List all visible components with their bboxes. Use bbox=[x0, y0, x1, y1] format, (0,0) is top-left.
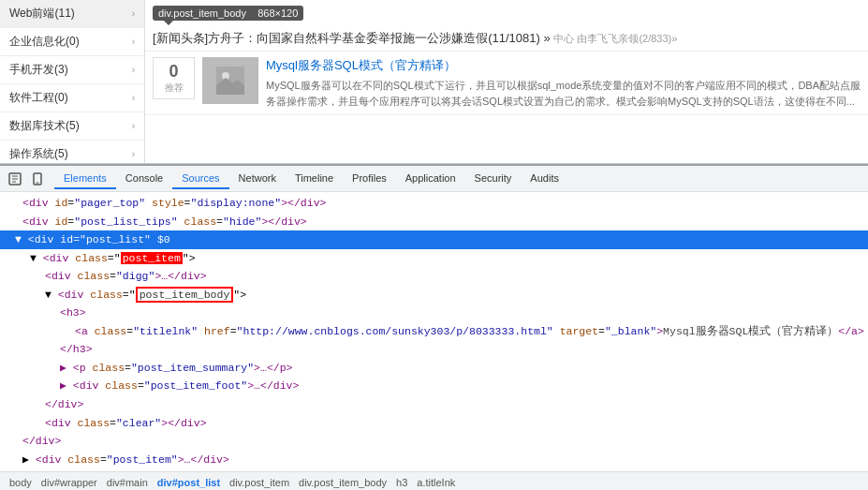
app-container: Web前端(11) › 企业信息化(0) › 手机开发(3) › 软件工程(0)… bbox=[0, 0, 868, 490]
tree-line[interactable]: ▶ <div class="post_item_foot">…</div> bbox=[0, 377, 868, 395]
devtools-icons bbox=[4, 168, 49, 190]
sidebar-item-database[interactable]: 数据库技术(5) › bbox=[0, 112, 144, 141]
tab-network[interactable]: Network bbox=[229, 169, 286, 189]
main-content: div.post_item_body 868×120 [新闻头条]方舟子：向国家… bbox=[145, 0, 868, 163]
article-text: Mysql服务器SQL模式（官方精译） MySQL服务器可以在不同的SQL模式下… bbox=[266, 57, 861, 109]
highlighted-class: post_item bbox=[121, 252, 183, 264]
tree-line[interactable]: <div class="digg">…</div> bbox=[0, 267, 868, 286]
tab-security[interactable]: Security bbox=[465, 169, 522, 189]
sidebar-item-enterprise[interactable]: 企业信息化(0) › bbox=[0, 28, 144, 56]
arrow-icon: › bbox=[132, 121, 135, 131]
tree-line-anchor[interactable]: <a class="titlelnk" href="http://www.cnb… bbox=[0, 322, 868, 341]
webpage-preview: Web前端(11) › 企业信息化(0) › 手机开发(3) › 软件工程(0)… bbox=[0, 0, 868, 164]
tab-profiles[interactable]: Profiles bbox=[343, 169, 396, 189]
devtools-toolbar: Elements Console Sources Network Timelin… bbox=[0, 166, 868, 192]
tree-line[interactable]: ▶ <div class="post_item">…</div> bbox=[0, 451, 868, 469]
vote-number: 0 bbox=[169, 62, 178, 82]
html-tree: <div id="pager_top" style="display:none"… bbox=[0, 192, 868, 471]
vote-label: 推荐 bbox=[165, 82, 184, 95]
tree-line[interactable]: <h3> bbox=[0, 304, 868, 322]
sidebar-item-web[interactable]: Web前端(11) › bbox=[0, 0, 144, 28]
tree-line[interactable]: </div> bbox=[0, 395, 868, 414]
highlighted-class2: post_item_body bbox=[136, 287, 234, 303]
breadcrumb-titleink[interactable]: a.titleInk bbox=[413, 477, 459, 488]
sidebar-item-label: 软件工程(0) bbox=[9, 90, 68, 106]
sidebar-item-label: 企业信息化(0) bbox=[9, 34, 80, 50]
tooltip-badge: div.post_item_body 868×120 bbox=[153, 6, 303, 21]
breadcrumb-main[interactable]: div#main bbox=[103, 477, 152, 488]
tab-audits[interactable]: Audits bbox=[521, 169, 568, 189]
sidebar-item-mobile[interactable]: 手机开发(3) › bbox=[0, 56, 144, 84]
tree-line[interactable]: ▼ <div class="post_item_body"> bbox=[0, 286, 868, 304]
tab-console[interactable]: Console bbox=[116, 169, 172, 189]
sidebar-item-label: 数据库技术(5) bbox=[9, 118, 80, 134]
news-link[interactable]: [新闻头条]方舟子：向国家自然科学基金委举报施一公涉嫌造假(11/1081) » bbox=[153, 31, 553, 45]
vote-box: 0 推荐 bbox=[153, 57, 195, 99]
article-title-link[interactable]: Mysql服务器SQL模式（官方精译） bbox=[266, 57, 861, 74]
sidebar-item-label: 操作系统(5) bbox=[9, 146, 68, 162]
news-extra: 中心 由李飞飞亲领(2/833)» bbox=[553, 33, 677, 44]
sidebar-item-label: Web前端(11) bbox=[9, 6, 75, 22]
breadcrumb-h3[interactable]: h3 bbox=[392, 477, 411, 488]
article-row: 0 推荐 Mysql服务器SQL模式（官方精译） MySQL服务器可以在不同的S… bbox=[145, 52, 868, 115]
breadcrumb-post-list[interactable]: div#post_list bbox=[154, 477, 224, 488]
breadcrumb-post-item-body[interactable]: div.post_item_body bbox=[295, 477, 390, 488]
tree-line-selected[interactable]: ▼ <div id="post_list" $0 bbox=[0, 230, 868, 249]
tree-line[interactable]: </h3> bbox=[0, 340, 868, 359]
arrow-icon: › bbox=[132, 8, 135, 19]
tree-line[interactable]: <div class="clear"></div> bbox=[0, 414, 868, 433]
tree-line[interactable]: <div id="post_list_tips" class="hide"></… bbox=[0, 213, 868, 231]
breadcrumb-post-item[interactable]: div.post_item bbox=[226, 477, 293, 488]
article-thumbnail bbox=[202, 57, 258, 104]
tab-elements[interactable]: Elements bbox=[54, 169, 116, 189]
tab-application[interactable]: Application bbox=[396, 169, 465, 189]
tree-line[interactable]: <div id="pager_top" style="display:none"… bbox=[0, 194, 868, 213]
sidebar: Web前端(11) › 企业信息化(0) › 手机开发(3) › 软件工程(0)… bbox=[0, 0, 145, 163]
mobile-icon[interactable] bbox=[26, 168, 49, 190]
arrow-icon: › bbox=[132, 149, 135, 159]
breadcrumb-wrapper[interactable]: div#wrapper bbox=[37, 477, 101, 488]
sidebar-item-software[interactable]: 软件工程(0) › bbox=[0, 84, 144, 112]
sidebar-item-label: 手机开发(3) bbox=[9, 62, 68, 78]
breadcrumb-body[interactable]: body bbox=[6, 477, 36, 488]
tree-line[interactable]: ▶ <p class="post_item_summary">…</p> bbox=[0, 359, 868, 378]
arrow-icon: › bbox=[132, 65, 135, 75]
devtools-panel: Elements Console Sources Network Timelin… bbox=[0, 164, 868, 490]
news-headline: [新闻头条]方舟子：向国家自然科学基金委举报施一公涉嫌造假(11/1081) »… bbox=[145, 26, 868, 52]
tree-line[interactable]: </div> bbox=[0, 432, 868, 451]
thumbnail-placeholder-icon bbox=[216, 67, 244, 95]
arrow-icon: › bbox=[132, 37, 135, 47]
inspect-icon[interactable] bbox=[4, 168, 26, 190]
arrow-icon: › bbox=[132, 93, 135, 103]
sidebar-item-os[interactable]: 操作系统(5) › bbox=[0, 141, 144, 164]
tab-timeline[interactable]: Timeline bbox=[286, 169, 343, 189]
tree-line[interactable]: ▼ <div class="post_item"> bbox=[0, 249, 868, 268]
breadcrumb-bar: body div#wrapper div#main div#post_list … bbox=[0, 471, 868, 490]
article-summary: MySQL服务器可以在不同的SQL模式下运行，并且可以根据sql_mode系统变… bbox=[266, 80, 861, 107]
tab-sources[interactable]: Sources bbox=[172, 169, 228, 189]
